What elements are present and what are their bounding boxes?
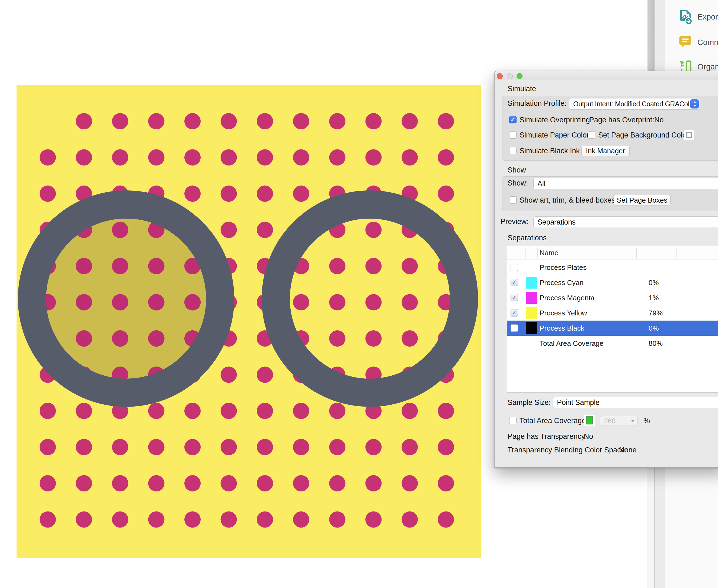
ink-percentage: 79% bbox=[649, 306, 663, 320]
show-boxes-label: Show art, trim, & bleed boxes bbox=[520, 196, 615, 205]
close-button[interactable] bbox=[497, 73, 503, 79]
dialog-titlebar[interactable] bbox=[494, 71, 718, 80]
set-page-boxes-button[interactable]: Set Page Boxes bbox=[614, 195, 671, 205]
table-row[interactable]: ✓Process Magenta1% bbox=[507, 290, 718, 306]
ink-color-swatch bbox=[526, 292, 537, 304]
page-has-overprint-label: Page has Overprint: bbox=[589, 115, 654, 124]
total-area-coverage-value: 260 bbox=[604, 417, 615, 425]
row-checkbox[interactable] bbox=[511, 264, 518, 271]
show-boxes-checkbox[interactable] bbox=[509, 196, 516, 204]
separations-rows: Process Plates✓Process Cyan0%✓Process Ma… bbox=[507, 260, 718, 351]
row-checkbox[interactable]: ✓ bbox=[511, 309, 518, 316]
ink-color-swatch bbox=[526, 307, 537, 319]
ink-name: Total Area Coverage bbox=[540, 336, 604, 351]
simulate-section-label: Simulate bbox=[508, 85, 536, 93]
sample-size-select[interactable]: Point Sample bbox=[553, 397, 718, 408]
set-page-background-color-label: Set Page Background Color bbox=[598, 131, 689, 140]
simulate-paper-color-label: Simulate Paper Color bbox=[520, 131, 589, 140]
sample-size-value: Point Sample bbox=[557, 398, 599, 406]
ink-percentage: 0% bbox=[649, 275, 659, 290]
export-pdf-icon bbox=[679, 10, 693, 26]
separations-section-label: Separations bbox=[508, 234, 547, 242]
simulate-paper-color-checkbox[interactable] bbox=[509, 131, 516, 139]
vertical-scrollbar-thumb[interactable] bbox=[648, 0, 654, 73]
total-area-coverage-color-swatch[interactable] bbox=[584, 415, 595, 426]
name-column-header: Name bbox=[540, 246, 558, 259]
simulate-black-ink-checkbox[interactable] bbox=[509, 147, 516, 154]
tool-label: Organ bbox=[697, 62, 718, 71]
table-row[interactable]: ✓Process Yellow79% bbox=[507, 306, 718, 320]
ink-name: Process Black bbox=[540, 320, 584, 336]
tool-comment[interactable]: Comm bbox=[665, 35, 718, 50]
total-area-coverage-combo[interactable]: 260 bbox=[600, 416, 637, 426]
color-well-icon bbox=[686, 132, 692, 138]
minimize-button[interactable] bbox=[507, 73, 513, 79]
sample-size-label: Sample Size: bbox=[508, 398, 551, 407]
page-has-transparency-value: No bbox=[584, 432, 593, 441]
column-divider bbox=[636, 248, 637, 258]
table-row[interactable]: Process Plates bbox=[507, 260, 718, 275]
show-section-label: Show bbox=[508, 166, 526, 174]
green-color-well-icon bbox=[586, 416, 593, 424]
total-area-coverage-checkbox[interactable] bbox=[509, 417, 516, 424]
page-background-color-swatch[interactable] bbox=[684, 130, 694, 140]
show-select[interactable]: All bbox=[533, 178, 718, 189]
simulation-profile-select[interactable]: Output Intent: Modified Coated GRACoL... bbox=[569, 98, 700, 109]
row-checkbox[interactable]: ✓ bbox=[511, 294, 518, 301]
simulate-overprinting-label: Simulate Overprinting bbox=[520, 115, 590, 124]
ink-name: Process Plates bbox=[540, 260, 587, 275]
preview-select[interactable]: Separations bbox=[533, 216, 718, 228]
show-value: All bbox=[537, 180, 545, 188]
simulation-profile-label: Simulation Profile: bbox=[508, 99, 567, 108]
column-divider bbox=[537, 248, 538, 258]
comment-icon bbox=[679, 35, 692, 50]
chevron-down-icon bbox=[628, 416, 637, 425]
table-row[interactable]: ✓Process Cyan0% bbox=[507, 275, 718, 290]
row-checkbox[interactable]: ✓ bbox=[511, 279, 518, 286]
ink-color-swatch bbox=[526, 322, 537, 334]
total-area-coverage-label: Total Area Coverage bbox=[520, 416, 586, 425]
row-checkbox[interactable] bbox=[511, 324, 518, 332]
page-has-overprint-value: No bbox=[654, 115, 664, 124]
tool-label: Expor bbox=[697, 13, 718, 21]
show-label: Show: bbox=[508, 179, 528, 187]
page-has-transparency-label: Page has Transparency: bbox=[508, 432, 587, 441]
zoom-button[interactable] bbox=[516, 73, 523, 79]
percent-sign: % bbox=[643, 416, 650, 425]
ink-name: Process Yellow bbox=[540, 306, 587, 320]
ink-name: Process Magenta bbox=[540, 290, 594, 306]
simulate-overprinting-checkbox[interactable]: ✓ bbox=[509, 116, 516, 123]
blending-color-space-label: Transparency Blending Color Space: bbox=[508, 446, 627, 454]
ink-manager-button[interactable]: Ink Manager bbox=[581, 146, 630, 156]
preview-value: Separations bbox=[537, 218, 576, 226]
ink-percentage: 0% bbox=[649, 320, 659, 336]
simulate-black-ink-label: Simulate Black Ink bbox=[520, 146, 580, 155]
separations-table-header[interactable]: Name bbox=[507, 246, 718, 260]
tool-export-pdf[interactable]: Expor bbox=[665, 10, 718, 25]
column-divider bbox=[525, 248, 526, 258]
tool-label: Comm bbox=[697, 38, 718, 47]
ink-color-swatch bbox=[526, 277, 537, 289]
artwork-canvas bbox=[17, 85, 481, 558]
ink-percentage: 80% bbox=[649, 336, 663, 351]
table-row[interactable]: Process Black0% bbox=[507, 320, 718, 336]
document-artwork bbox=[17, 85, 481, 558]
set-page-background-color-checkbox[interactable] bbox=[588, 131, 595, 139]
table-row[interactable]: Total Area Coverage80% bbox=[507, 336, 718, 351]
preview-label: Preview: bbox=[501, 217, 529, 226]
separations-table: Name Process Plates✓Process Cyan0%✓Proce… bbox=[507, 246, 718, 393]
stepper-arrows-icon bbox=[690, 99, 699, 108]
ink-percentage: 1% bbox=[649, 290, 659, 306]
output-preview-dialog: Simulate Simulation Profile: Output Inte… bbox=[494, 71, 718, 467]
blending-color-space-value: None bbox=[619, 446, 637, 454]
ink-name: Process Cyan bbox=[540, 275, 584, 290]
simulation-profile-value: Output Intent: Modified Coated GRACoL... bbox=[573, 100, 697, 108]
